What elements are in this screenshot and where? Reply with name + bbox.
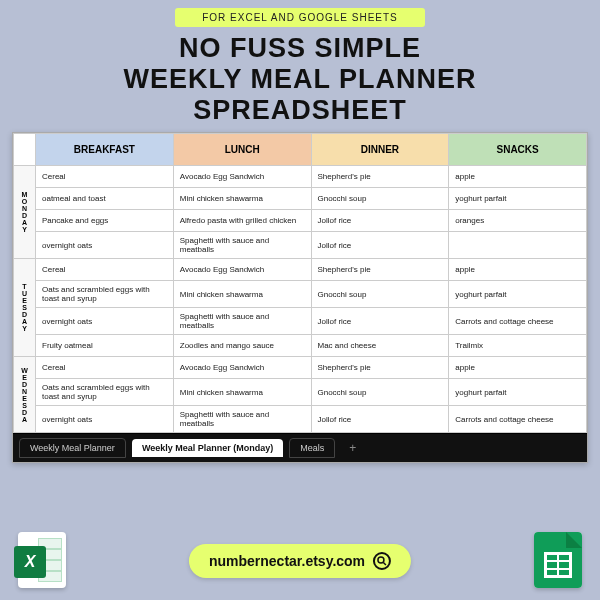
- cell[interactable]: Pancake and eggs: [36, 210, 174, 232]
- cell[interactable]: apple: [449, 259, 587, 281]
- cell[interactable]: yoghurt parfait: [449, 281, 587, 308]
- cell[interactable]: Spaghetti with sauce and meatballs: [173, 406, 311, 433]
- col-dinner: DINNER: [311, 134, 449, 166]
- cell[interactable]: Mini chicken shawarma: [173, 281, 311, 308]
- table-row: TUESDAY Cereal Avocado Egg Sandwich Shep…: [14, 259, 587, 281]
- col-snacks: SNACKS: [449, 134, 587, 166]
- cell[interactable]: Zoodles and mango sauce: [173, 335, 311, 357]
- cell[interactable]: Mini chicken shawarma: [173, 188, 311, 210]
- cell[interactable]: Trailmix: [449, 335, 587, 357]
- cell[interactable]: Oats and scrambled eggs with toast and s…: [36, 379, 174, 406]
- day-wednesday: WEDNESDA: [14, 357, 36, 433]
- cell[interactable]: Carrots and cottage cheese: [449, 308, 587, 335]
- cell[interactable]: Spaghetti with sauce and meatballs: [173, 308, 311, 335]
- cell[interactable]: Avocado Egg Sandwich: [173, 166, 311, 188]
- google-sheets-icon: [534, 532, 582, 588]
- cell[interactable]: overnight oats: [36, 308, 174, 335]
- corner-cell: [14, 134, 36, 166]
- cell[interactable]: Shepherd's pie: [311, 166, 449, 188]
- cell[interactable]: Alfredo pasta with grilled chicken: [173, 210, 311, 232]
- cell[interactable]: Jollof rice: [311, 232, 449, 259]
- cell[interactable]: Mini chicken shawarma: [173, 379, 311, 406]
- footer-bar: numbernectar.etsy.com: [189, 544, 411, 578]
- search-icon: [373, 552, 391, 570]
- day-tuesday: TUESDAY: [14, 259, 36, 357]
- cell[interactable]: Cereal: [36, 259, 174, 281]
- col-breakfast: BREAKFAST: [36, 134, 174, 166]
- cell[interactable]: oranges: [449, 210, 587, 232]
- cell[interactable]: apple: [449, 357, 587, 379]
- cell[interactable]: Avocado Egg Sandwich: [173, 357, 311, 379]
- cell[interactable]: Avocado Egg Sandwich: [173, 259, 311, 281]
- cell[interactable]: Gnocchi soup: [311, 379, 449, 406]
- cell[interactable]: yoghurt parfait: [449, 188, 587, 210]
- cell[interactable]: overnight oats: [36, 232, 174, 259]
- tab-weekly-planner[interactable]: Weekly Meal Planner: [19, 438, 126, 458]
- cell[interactable]: Oats and scrambled eggs with toast and s…: [36, 281, 174, 308]
- table-row: Oats and scrambled eggs with toast and s…: [14, 379, 587, 406]
- cell[interactable]: Gnocchi soup: [311, 281, 449, 308]
- table-row: Oats and scrambled eggs with toast and s…: [14, 281, 587, 308]
- table-row: Fruity oatmeal Zoodles and mango sauce M…: [14, 335, 587, 357]
- cell[interactable]: Cereal: [36, 166, 174, 188]
- cell[interactable]: overnight oats: [36, 406, 174, 433]
- main-title: NO FUSS SIMPLE WEEKLY MEAL PLANNER SPREA…: [0, 33, 600, 126]
- tab-meals[interactable]: Meals: [289, 438, 335, 458]
- cell[interactable]: oatmeal and toast: [36, 188, 174, 210]
- col-lunch: LUNCH: [173, 134, 311, 166]
- excel-x: X: [14, 546, 46, 578]
- meal-plan-table: BREAKFAST LUNCH DINNER SNACKS MONDAY Cer…: [13, 133, 587, 433]
- cell[interactable]: Jollof rice: [311, 210, 449, 232]
- cell[interactable]: Spaghetti with sauce and meatballs: [173, 232, 311, 259]
- title-line-2: WEEKLY MEAL PLANNER: [0, 64, 600, 95]
- table-row: oatmeal and toast Mini chicken shawarma …: [14, 188, 587, 210]
- top-banner: FOR EXCEL AND GOOGLE SHEETS: [175, 8, 425, 27]
- cell[interactable]: Shepherd's pie: [311, 259, 449, 281]
- cell[interactable]: Jollof rice: [311, 406, 449, 433]
- table-row: overnight oats Spaghetti with sauce and …: [14, 308, 587, 335]
- cell[interactable]: Carrots and cottage cheese: [449, 406, 587, 433]
- cell[interactable]: Cereal: [36, 357, 174, 379]
- title-line-3: SPREADSHEET: [0, 95, 600, 126]
- svg-line-1: [384, 563, 387, 566]
- svg-point-0: [378, 557, 384, 563]
- cell[interactable]: Gnocchi soup: [311, 188, 449, 210]
- table-row: MONDAY Cereal Avocado Egg Sandwich Sheph…: [14, 166, 587, 188]
- cell[interactable]: Mac and cheese: [311, 335, 449, 357]
- cell[interactable]: Shepherd's pie: [311, 357, 449, 379]
- table-row: overnight oats Spaghetti with sauce and …: [14, 232, 587, 259]
- title-line-1: NO FUSS SIMPLE: [0, 33, 600, 64]
- table-row: WEDNESDA Cereal Avocado Egg Sandwich She…: [14, 357, 587, 379]
- cell[interactable]: apple: [449, 166, 587, 188]
- cell[interactable]: Fruity oatmeal: [36, 335, 174, 357]
- cell[interactable]: yoghurt parfait: [449, 379, 587, 406]
- excel-icon: X: [18, 532, 66, 588]
- spreadsheet-window: BREAKFAST LUNCH DINNER SNACKS MONDAY Cer…: [12, 132, 588, 463]
- table-row: overnight oats Spaghetti with sauce and …: [14, 406, 587, 433]
- table-row: Pancake and eggs Alfredo pasta with gril…: [14, 210, 587, 232]
- shop-url: numbernectar.etsy.com: [209, 553, 365, 569]
- sheet-tabs: Weekly Meal Planner Weekly Meal Planner …: [13, 433, 587, 462]
- tab-weekly-planner-monday[interactable]: Weekly Meal Planner (Monday): [132, 439, 283, 457]
- cell[interactable]: [449, 232, 587, 259]
- tab-add[interactable]: +: [341, 439, 364, 457]
- day-monday: MONDAY: [14, 166, 36, 259]
- cell[interactable]: Jollof rice: [311, 308, 449, 335]
